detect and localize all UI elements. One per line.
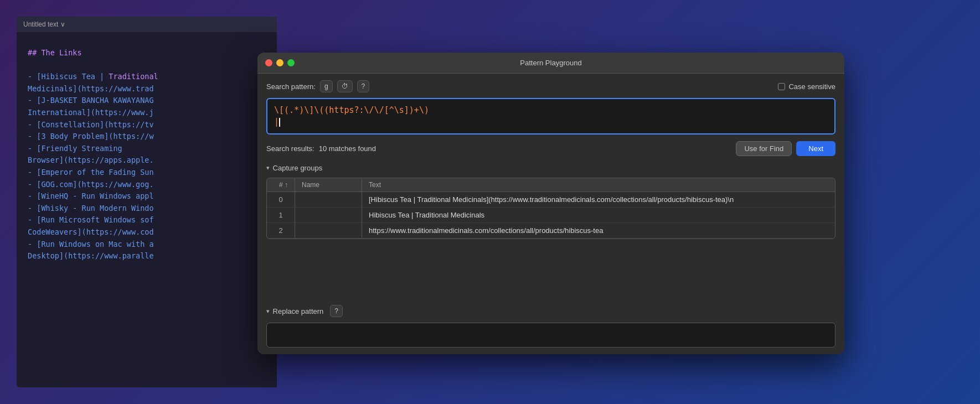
- replace-chevron-down-icon: ▾: [266, 308, 270, 315]
- search-pattern-row: Search pattern: g ⏱ ? Case sensitive: [266, 80, 835, 92]
- replace-help-button[interactable]: ?: [330, 305, 343, 317]
- replace-section: ▾ Replace pattern ?: [257, 298, 844, 354]
- next-button[interactable]: Next: [796, 141, 835, 156]
- editor-title: Untitled text ∨: [23, 20, 65, 28]
- case-sensitive-label: Case sensitive: [788, 82, 835, 91]
- mode-button[interactable]: g: [320, 80, 333, 92]
- row-2-num: 2: [267, 223, 295, 239]
- close-button[interactable]: [265, 59, 272, 66]
- pattern-input-container[interactable]: \[(.*)\]\((https?:\/\/[^\s])+\) |: [266, 98, 835, 134]
- capture-groups-table: # ↑ Name Text 0 [Hibiscus Tea | Traditio…: [267, 178, 835, 239]
- editor-panel: Untitled text ∨ ## The Links - [Hibiscus…: [17, 17, 277, 387]
- col-header-name: Name: [295, 178, 362, 192]
- results-buttons: Use for Find Next: [736, 141, 835, 156]
- row-1-num: 1: [267, 208, 295, 223]
- row-0-num: 0: [267, 192, 295, 208]
- chevron-down-icon: ▾: [266, 164, 270, 172]
- matches-count: 10 matches found: [319, 144, 376, 153]
- history-button[interactable]: ⏱: [337, 80, 353, 92]
- pattern-text-line2: |: [274, 116, 828, 128]
- case-sensitive-checkbox[interactable]: [778, 83, 785, 90]
- minimize-button[interactable]: [276, 59, 283, 66]
- dialog-titlebar: Pattern Playground: [257, 53, 844, 74]
- header-row: # ↑ Name Text: [267, 178, 835, 192]
- editor-titlebar: Untitled text ∨: [17, 17, 277, 32]
- traffic-lights: [265, 59, 295, 66]
- replace-pattern-title: Replace pattern: [273, 307, 324, 315]
- editor-content: ## The Links - [Hibiscus Tea | Tradition…: [28, 47, 266, 262]
- capture-groups-title: Capture groups: [273, 164, 323, 172]
- row-0-name: [295, 192, 362, 208]
- maximize-button[interactable]: [287, 59, 295, 66]
- case-sensitive-row: Case sensitive: [778, 82, 835, 91]
- row-1-name: [295, 208, 362, 223]
- capture-groups-header[interactable]: ▾ Capture groups: [266, 164, 835, 172]
- table-row: 1 Hibiscus Tea | Traditional Medicinals: [267, 208, 835, 223]
- col-header-text: Text: [362, 178, 835, 192]
- search-results-row: Search results: 10 matches found Use for…: [266, 141, 835, 156]
- table-header: # ↑ Name Text: [267, 178, 835, 192]
- search-pattern-label: Search pattern:: [266, 82, 316, 91]
- row-0-text: [Hibiscus Tea | Traditional Medicinals](…: [362, 192, 835, 208]
- cursor: [279, 118, 280, 127]
- help-button[interactable]: ?: [357, 80, 370, 92]
- pattern-playground-dialog: Pattern Playground Search pattern: g ⏱ ?…: [257, 53, 844, 354]
- table-row: 2 https://www.traditionalmedicinals.com/…: [267, 223, 835, 239]
- replace-input-container[interactable]: [266, 323, 835, 348]
- row-1-text: Hibiscus Tea | Traditional Medicinals: [362, 208, 835, 223]
- use-for-find-button[interactable]: Use for Find: [736, 141, 792, 156]
- capture-groups-table-container: # ↑ Name Text 0 [Hibiscus Tea | Traditio…: [266, 178, 835, 239]
- replace-pattern-header[interactable]: ▾ Replace pattern ?: [266, 305, 835, 317]
- dialog-title: Pattern Playground: [520, 59, 581, 67]
- pattern-text-line1: \[(.*)\]\((https?:\/\/[^\s])+\): [274, 105, 828, 116]
- row-2-text: https://www.traditionalmedicinals.com/co…: [362, 223, 835, 239]
- row-2-name: [295, 223, 362, 239]
- col-header-num: # ↑: [267, 178, 295, 192]
- dialog-body: Search pattern: g ⏱ ? Case sensitive \[(…: [257, 74, 844, 246]
- table-body: 0 [Hibiscus Tea | Traditional Medicinals…: [267, 192, 835, 239]
- search-results-label: Search results:: [266, 144, 314, 153]
- table-row: 0 [Hibiscus Tea | Traditional Medicinals…: [267, 192, 835, 208]
